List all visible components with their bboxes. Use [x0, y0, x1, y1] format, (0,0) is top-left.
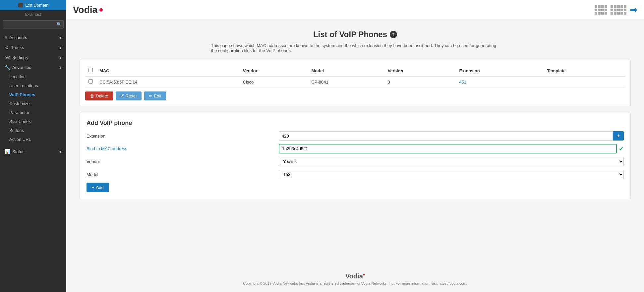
chevron-icon: ▾	[59, 65, 62, 70]
logo-dot	[99, 8, 103, 12]
search-input[interactable]	[3, 20, 64, 29]
footer-copyright: Copyright © 2019 Vodia Networks Inc. Vod…	[73, 281, 637, 285]
sidebar-item-status[interactable]: 📊 Status ▾	[0, 146, 66, 156]
accounts-icon: ≡	[5, 35, 7, 40]
check-icon: ✔	[619, 145, 624, 152]
model-label: Model	[87, 172, 279, 177]
mac-row: Bind to MAC address ✔	[87, 144, 624, 153]
sidebar: ⬛ Exit Domain localhost 🔍 ≡ Accounts ▾ ⚙…	[0, 0, 66, 292]
page-description: This page shows which MAC addresses are …	[211, 43, 499, 53]
mac-label: Bind to MAC address	[87, 146, 279, 151]
sidebar-item-parameter[interactable]: Parameter	[0, 108, 66, 117]
phone-table-wrapper: MAC Vendor Model Version Extension Templ…	[80, 60, 631, 106]
sidebar-item-accounts[interactable]: ≡ Accounts ▾	[0, 32, 66, 42]
reset-icon: ↺	[120, 93, 124, 98]
domain-label: localhost	[0, 12, 66, 19]
exit-icon: ⬛	[18, 3, 23, 8]
nav-section: ≡ Accounts ▾ ⚙ Trunks ▾ ☎ Settings ▾ 🔧 A…	[0, 31, 66, 158]
sidebar-item-action-url[interactable]: Action URL	[0, 135, 66, 144]
search-wrapper: 🔍	[0, 19, 66, 31]
exit-domain-button[interactable]: ⬛ Exit Domain	[0, 0, 66, 10]
settings-icon: ☎	[5, 55, 10, 60]
grid-view-1-icon[interactable]	[595, 5, 607, 15]
table-row: CC:5A:53:5F:EE:14 Cisco CP-8841 3 451	[85, 76, 625, 88]
select-all-checkbox[interactable]	[88, 68, 93, 72]
page-title: List of VoIP Phones ?	[80, 30, 631, 39]
sidebar-item-star-codes[interactable]: Star Codes	[0, 117, 66, 126]
edit-button[interactable]: ✏ Edit	[144, 91, 166, 100]
topbar-icons: ➡	[595, 4, 637, 15]
row-checkbox[interactable]	[88, 79, 93, 84]
reset-button[interactable]: ↺ Reset	[116, 91, 142, 100]
trunks-icon: ⚙	[5, 45, 9, 50]
action-buttons: 🗑 Delete ↺ Reset ✏ Edit	[85, 91, 625, 100]
model-row: Model T58T54WT46ST42ST40P	[87, 170, 624, 179]
logo-text: Vodia	[73, 5, 97, 15]
sidebar-item-voip-phones[interactable]: VoIP Phones	[0, 90, 66, 99]
extension-input[interactable]	[279, 131, 613, 141]
footer: Vodia● Copyright © 2019 Vodia Networks I…	[66, 266, 644, 292]
col-extension: Extension	[456, 65, 544, 76]
sidebar-item-advanced[interactable]: 🔧 Advanced ▾	[0, 62, 66, 72]
vendor-select[interactable]: YealinkCiscoPolycomGrandstreamSnom	[279, 157, 624, 166]
cell-extension: 451	[456, 76, 544, 88]
footer-logo: Vodia●	[73, 272, 637, 280]
chevron-icon: ▾	[59, 35, 62, 40]
chevron-icon: ▾	[59, 55, 62, 60]
delete-button[interactable]: 🗑 Delete	[85, 91, 113, 100]
edit-icon: ✏	[149, 93, 152, 98]
search-button[interactable]: 🔍	[56, 22, 62, 27]
sidebar-item-user-locations[interactable]: User Locations	[0, 81, 66, 90]
col-version: Version	[384, 65, 456, 76]
add-phone-title: Add VoIP phone	[87, 120, 624, 127]
phone-table: MAC Vendor Model Version Extension Templ…	[85, 65, 625, 88]
sidebar-item-customize[interactable]: Customize	[0, 99, 66, 108]
trash-icon: 🗑	[90, 93, 94, 98]
col-template: Template	[544, 65, 625, 76]
cell-vendor: Cisco	[240, 76, 308, 88]
extension-link[interactable]: 451	[459, 80, 467, 85]
vendor-row: Vendor YealinkCiscoPolycomGrandstreamSno…	[87, 157, 624, 166]
sidebar-item-settings[interactable]: ☎ Settings ▾	[0, 52, 66, 62]
status-icon: 📊	[5, 149, 10, 154]
cell-version: 3	[384, 76, 456, 88]
page-content: List of VoIP Phones ? This page shows wh…	[66, 20, 644, 266]
extension-label: Extension	[87, 134, 279, 139]
sidebar-item-trunks[interactable]: ⚙ Trunks ▾	[0, 42, 66, 52]
vendor-label: Vendor	[87, 159, 279, 164]
advanced-icon: 🔧	[5, 65, 10, 70]
chevron-icon: ▾	[59, 149, 62, 154]
extension-add-button[interactable]: +	[613, 131, 624, 141]
topbar: Vodia ➡	[66, 0, 644, 20]
sidebar-item-location[interactable]: Location	[0, 72, 66, 81]
model-select[interactable]: T58T54WT46ST42ST40P	[279, 170, 624, 179]
extension-row: Extension +	[87, 131, 624, 141]
extension-input-group: +	[279, 131, 624, 141]
col-mac: MAC	[96, 65, 240, 76]
chevron-icon: ▾	[59, 45, 62, 50]
col-model: Model	[308, 65, 384, 76]
mac-input[interactable]	[279, 144, 617, 153]
sidebar-item-buttons[interactable]: Buttons	[0, 126, 66, 135]
cell-mac: CC:5A:53:5F:EE:14	[96, 76, 240, 88]
help-icon[interactable]: ?	[390, 31, 397, 38]
add-button[interactable]: + Add	[87, 183, 109, 192]
grid-view-2-icon[interactable]	[611, 5, 626, 15]
cell-template	[544, 76, 625, 88]
plus-icon: +	[92, 185, 94, 190]
main-content: Vodia ➡ List of VoIP Phones ? This page …	[66, 0, 644, 292]
col-vendor: Vendor	[240, 65, 308, 76]
cell-model: CP-8841	[308, 76, 384, 88]
logout-icon[interactable]: ➡	[630, 4, 637, 15]
add-phone-section: Add VoIP phone Extension + Bind to MAC a…	[80, 113, 631, 199]
mac-input-group: ✔	[279, 144, 624, 153]
logo: Vodia	[73, 5, 103, 15]
